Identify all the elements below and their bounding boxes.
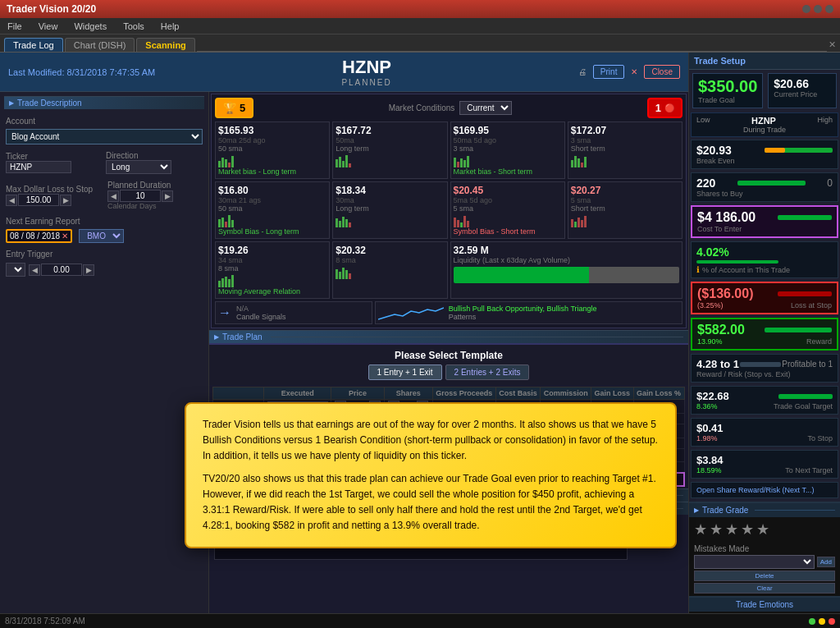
- to-next-pct: 18.59%: [696, 466, 722, 474]
- trophy-icon: 🏆: [223, 102, 236, 114]
- duration-value: 10: [120, 190, 161, 202]
- shares-to-buy-box: 220 0 Shares to Buy: [691, 172, 838, 202]
- loss-label: Loss at Stop: [791, 301, 832, 309]
- trigger-type-select[interactable]: ▼: [6, 263, 25, 277]
- star-3[interactable]: ★: [725, 520, 738, 539]
- menu-help[interactable]: Help: [158, 21, 183, 32]
- col-gross: Gross Proceeds: [432, 387, 495, 400]
- menu-file[interactable]: File: [4, 21, 25, 32]
- direction-select[interactable]: Long: [106, 160, 171, 174]
- duration-inc[interactable]: ▶: [162, 190, 173, 202]
- template-btn-1[interactable]: 1 Entry + 1 Exit: [368, 364, 442, 380]
- trade-plan-header: Trade Plan: [209, 330, 688, 343]
- trade-setup-title: Trade Setup: [689, 53, 840, 70]
- menu-view[interactable]: View: [35, 21, 62, 32]
- ticker-symbol: HZNP: [341, 57, 391, 78]
- to-stop-box: $0.41 1.98% To Stop: [691, 418, 838, 447]
- duration-dec[interactable]: ◀: [107, 190, 119, 202]
- during-label: During Trade: [696, 126, 833, 134]
- market-cell-8: $19.26 34 sma 8 sma Moving Average Relat…: [215, 241, 330, 299]
- stars-container: ★ ★ ★ ★ ★: [689, 517, 840, 542]
- close-button[interactable]: Close: [644, 65, 680, 79]
- loss-at-stop-box: ($136.00) (3.25%) Loss at Stop: [691, 282, 838, 314]
- profitable-value: 4.28 to 1: [696, 358, 739, 370]
- ticker-input[interactable]: [6, 161, 71, 173]
- delete-mistake-btn[interactable]: Delete: [694, 571, 835, 581]
- window-controls[interactable]: [802, 5, 833, 13]
- market-cell-6: $20.45 5ma 5d ago 5 sma Symbol Bias - Sh…: [450, 181, 565, 239]
- emotions-title: Trade Emotions: [689, 598, 840, 612]
- close-panel-btn[interactable]: ✕: [829, 39, 836, 52]
- col-executed: Executed: [264, 387, 331, 400]
- star-5[interactable]: ★: [756, 520, 769, 539]
- loss-at-stop-value: ($136.00): [697, 286, 754, 301]
- market-current-select[interactable]: Current: [459, 101, 512, 115]
- to-next-target-value: $3.84: [696, 454, 833, 466]
- star-2[interactable]: ★: [710, 520, 723, 539]
- template-title: Please Select Template: [214, 350, 683, 361]
- dot-red: [829, 618, 835, 625]
- add-mistake-btn[interactable]: Add: [817, 557, 835, 567]
- printer-icon: 🖨: [578, 67, 587, 76]
- col-shares: Shares: [384, 387, 432, 400]
- low-label: Low: [696, 116, 710, 126]
- max-dollar-dec[interactable]: ◀: [6, 195, 17, 206]
- current-price-value: $20.66: [774, 77, 831, 90]
- status-dots: [809, 618, 835, 625]
- clear-mistakes-btn[interactable]: Clear: [694, 583, 835, 594]
- x-icon: ✕: [631, 67, 637, 76]
- to-stop-label: To Stop: [807, 434, 833, 442]
- left-panel: Trade Description Account Blog Account: [0, 92, 209, 613]
- tgt-pct: 8.36%: [696, 402, 718, 410]
- template-area: Please Select Template 1 Entry + 1 Exit …: [209, 343, 688, 385]
- mistakes-select[interactable]: [694, 555, 815, 569]
- tab-scanning[interactable]: Scanning: [136, 38, 195, 52]
- title-bar: Trader Vision 20/20: [0, 0, 840, 18]
- bear-count: 1: [655, 102, 661, 114]
- template-buttons: 1 Entry + 1 Exit 2 Entries + 2 Exits: [214, 364, 683, 380]
- mistakes-label: Mistakes Made: [694, 544, 835, 553]
- tab-trade-log[interactable]: Trade Log: [4, 38, 63, 52]
- earning-date-clear[interactable]: ✕: [62, 231, 68, 241]
- trade-grade-section: ▶ Trade Grade ★ ★ ★ ★ ★ Mistakes Made Ad…: [689, 502, 840, 596]
- trigger-inc[interactable]: ▶: [83, 264, 94, 276]
- trigger-dec[interactable]: ◀: [29, 264, 40, 276]
- mistakes-section: Mistakes Made Add Delete Clear: [689, 542, 840, 596]
- template-btn-2[interactable]: 2 Entries + 2 Exits: [445, 364, 530, 380]
- trophy-badge: 🏆 5: [215, 98, 253, 118]
- last-modified: Last Modified: 8/31/2018 7:47:35 AM: [8, 67, 155, 77]
- status-bar: 8/31/2018 7:52:09 AM: [0, 613, 840, 628]
- star-1[interactable]: ★: [694, 520, 707, 539]
- menu-tools[interactable]: Tools: [120, 21, 148, 32]
- print-button[interactable]: Print: [593, 65, 625, 79]
- star-4[interactable]: ★: [741, 520, 754, 539]
- to-next-label: To Next Target: [785, 466, 833, 474]
- trade-goal-label: Trade Goal: [698, 96, 757, 104]
- open-share-box: Open Share Reward/Risk (Next T...): [691, 482, 838, 498]
- next-earning-label: Next Earning Report: [6, 217, 80, 226]
- to-stop-value: $0.41: [696, 422, 833, 434]
- earning-type-select[interactable]: BMO: [79, 229, 124, 243]
- earning-date: 08 / 08 / 2018: [10, 231, 60, 241]
- shares-to-buy2: 0: [827, 177, 833, 189]
- cost-to-enter-value: $4 186.00: [697, 210, 756, 225]
- bear-badge: 1 🔴: [647, 98, 682, 118]
- reward-label: Reward: [806, 337, 832, 346]
- tgt-label: Trade Goal Target: [774, 402, 833, 410]
- market-cell-2: $169.95 50ma 5d ago 3 sma Market bias - …: [450, 121, 565, 179]
- profitable-box: 4.28 to 1 Profitable to 1 Reward / Risk …: [691, 354, 838, 383]
- menu-widgets[interactable]: Widgets: [71, 21, 110, 32]
- info-icon: ℹ: [696, 265, 700, 274]
- app-title: Trader Vision 20/20: [7, 3, 96, 15]
- account-select[interactable]: Blog Account: [6, 129, 203, 144]
- market-cell-1: $167.72 50ma Long term: [332, 121, 447, 179]
- earning-date-wrapper[interactable]: 08 / 08 / 2018 ✕: [6, 229, 72, 243]
- tooltip-para2: TV20/20 also shows us that this trade pl…: [203, 471, 659, 534]
- max-dollar-inc[interactable]: ▶: [60, 195, 71, 206]
- trade-status: PLANNED: [341, 78, 391, 87]
- market-cell-4: $16.80 30ma 21 ags 50 sma Symbol Bias - …: [215, 181, 330, 239]
- pct-account-label: % of Account in This Trade: [702, 266, 790, 274]
- tab-chart[interactable]: Chart (DISH): [65, 38, 135, 52]
- current-price-label: Current Price: [774, 90, 831, 99]
- trade-goal-value: $350.00: [698, 77, 757, 96]
